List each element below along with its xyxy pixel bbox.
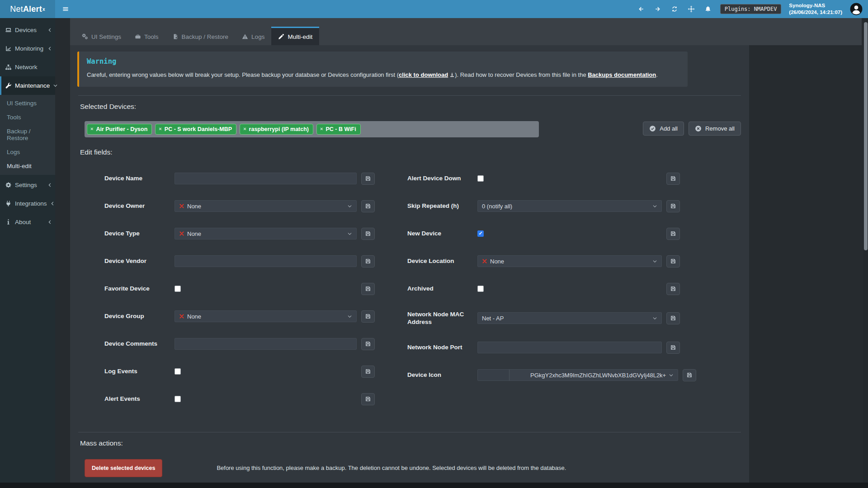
chevron-left-icon (47, 28, 52, 33)
brand-light: Net (10, 5, 23, 14)
backups-documentation-link[interactable]: Backups documentation (588, 71, 656, 78)
arrow-right-icon (654, 5, 661, 13)
save-button[interactable] (361, 173, 375, 185)
save-button[interactable] (666, 228, 680, 240)
info-icon (5, 219, 12, 225)
tab-backup-restore[interactable]: Backup / Restore (165, 27, 236, 45)
add-all-button[interactable]: Add all (643, 122, 684, 136)
log-events-checkbox[interactable] (175, 368, 181, 375)
save-button[interactable] (666, 173, 680, 185)
sidebar-toggle-button[interactable] (55, 0, 76, 18)
floppy-save-icon (670, 175, 676, 182)
vertical-scrollbar[interactable] (863, 18, 868, 488)
save-button[interactable] (666, 255, 680, 267)
red-x-icon (179, 314, 184, 319)
notifications-bell-button[interactable] (703, 5, 712, 14)
field-label: Archived (407, 285, 477, 293)
file-backup-icon (172, 33, 179, 40)
alert-events-checkbox[interactable] (175, 396, 181, 402)
sidebar-subitem-multi-edit[interactable]: Multi-edit (0, 159, 55, 173)
device-icon-select[interactable]: PGkgY2xhc3M9ImZhIGZhLWNvbXB1dGVyIj48L2k+ (477, 369, 678, 381)
device-group-select[interactable]: None (175, 310, 357, 322)
save-button[interactable] (361, 338, 375, 350)
form-row-device-group: Device Group None (104, 310, 375, 323)
new-device-checkbox[interactable] (477, 230, 484, 237)
form-row-device-comments: Device Comments (104, 338, 375, 350)
device-type-select[interactable]: None (175, 228, 357, 239)
save-button[interactable] (666, 283, 680, 295)
scrollbar-thumb[interactable] (864, 22, 868, 250)
device-tag: ×PC - B WiFi (316, 124, 361, 135)
plugins-badge[interactable]: Plugins: NMAPDEV (720, 4, 782, 14)
host-name: Synology-NAS (789, 2, 842, 9)
chevron-down-icon (347, 204, 352, 209)
sidebar-item-about[interactable]: About (0, 213, 55, 231)
device-name-input[interactable] (175, 173, 357, 184)
tab-bar: UI Settings Tools Backup / Restore Logs … (70, 18, 862, 45)
device-location-select[interactable]: None (477, 255, 662, 267)
sidebar-item-network[interactable]: Network (0, 58, 55, 76)
tab-tools[interactable]: Tools (128, 27, 165, 45)
icon-preview-segment (478, 370, 509, 380)
divider (78, 432, 741, 432)
save-button[interactable] (666, 200, 680, 212)
fullscreen-move-button[interactable] (687, 5, 696, 14)
sidebar-subitem-ui-settings[interactable]: UI Settings (0, 96, 55, 110)
nav-back-button[interactable] (637, 5, 646, 14)
sidebar-item-monitoring[interactable]: Monitoring (0, 39, 55, 58)
save-button[interactable] (361, 200, 375, 212)
form-row-alert-events: Alert Events (104, 393, 375, 405)
tab-multi-edit[interactable]: Multi-edit (271, 27, 319, 45)
sidebar-subitem-logs[interactable]: Logs (0, 145, 55, 159)
form-row-skip-repeated: Skip Repeated (h) 0 (notify all) (407, 200, 680, 212)
field-label: Device Name (104, 174, 175, 183)
remove-tag-icon[interactable]: × (90, 127, 93, 131)
sidebar-subitem-tools[interactable]: Tools (0, 110, 55, 124)
device-owner-select[interactable]: None (175, 200, 357, 212)
save-button[interactable] (361, 393, 375, 405)
download-config-link[interactable]: click to download (399, 71, 455, 78)
form-row-device-vendor: Device Vendor (104, 255, 375, 267)
save-button[interactable] (361, 255, 375, 267)
sidebar-item-maintenance[interactable]: Maintenance (0, 76, 55, 95)
save-button[interactable] (683, 369, 696, 381)
remove-all-button[interactable]: Remove all (689, 122, 741, 136)
archived-checkbox[interactable] (477, 286, 484, 292)
delete-selected-devices-button[interactable]: Delete selected devices (85, 459, 162, 477)
red-x-icon (179, 203, 184, 209)
remove-tag-icon[interactable]: × (243, 127, 246, 131)
save-button[interactable] (666, 342, 680, 354)
alert-device-down-checkbox[interactable] (477, 175, 484, 182)
divider (78, 95, 741, 96)
save-button[interactable] (361, 366, 375, 378)
sidebar-item-label: Monitoring (15, 45, 43, 52)
app-logo[interactable]: NetAlertx (0, 0, 55, 18)
tab-logs[interactable]: Logs (235, 27, 271, 45)
save-button[interactable] (666, 312, 680, 324)
chevron-down-icon (669, 373, 674, 378)
network-node-port-input[interactable] (477, 342, 662, 353)
device-vendor-input[interactable] (175, 255, 357, 267)
sidebar-item-integrations[interactable]: Integrations (0, 194, 55, 213)
selected-devices-multiselect[interactable]: ×Air Purifier - Dyson ×PC - S work Danie… (85, 121, 539, 137)
favorite-device-checkbox[interactable] (175, 286, 181, 292)
save-button[interactable] (361, 228, 375, 240)
skip-repeated-select[interactable]: 0 (notify all) (477, 200, 662, 212)
save-button[interactable] (361, 310, 375, 323)
remove-tag-icon[interactable]: × (159, 127, 161, 131)
network-node-mac-select[interactable]: Net - AP (477, 312, 662, 324)
refresh-button[interactable] (670, 5, 679, 14)
sidebar-item-devices[interactable]: Devices (0, 21, 55, 39)
user-avatar[interactable] (850, 3, 863, 15)
tab-label: UI Settings (91, 33, 121, 40)
form-row-device-location: Device Location None (407, 255, 680, 267)
content-area: UI Settings Tools Backup / Restore Logs … (55, 18, 868, 488)
save-button[interactable] (361, 283, 375, 295)
tab-ui-settings[interactable]: UI Settings (75, 27, 128, 45)
device-comments-input[interactable] (175, 338, 357, 350)
remove-tag-icon[interactable]: × (320, 127, 323, 131)
sidebar-subitem-backup-restore[interactable]: Backup / Restore (0, 124, 55, 145)
nav-forward-button[interactable] (653, 5, 662, 14)
form-row-device-type: Device Type None (104, 228, 375, 240)
sidebar-item-settings[interactable]: Settings (0, 176, 55, 194)
